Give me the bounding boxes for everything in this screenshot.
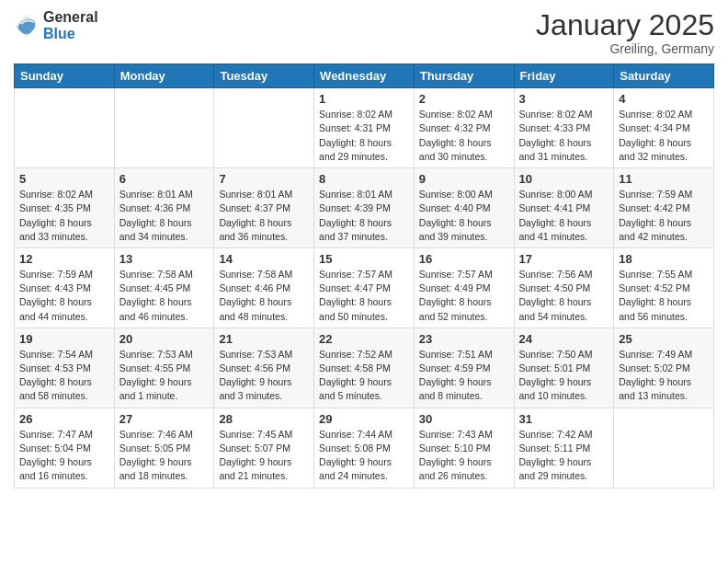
day-number: 4	[619, 92, 709, 106]
day-info: Sunrise: 7:49 AMSunset: 5:02 PMDaylight:…	[619, 348, 709, 404]
day-info: Sunrise: 8:02 AMSunset: 4:33 PMDaylight:…	[519, 108, 609, 164]
month-title: January 2025	[536, 9, 714, 41]
day-number: 29	[319, 412, 409, 426]
calendar-cell: 20Sunrise: 7:53 AMSunset: 4:55 PMDayligh…	[114, 327, 214, 408]
logo-blue-text: Blue	[43, 26, 98, 42]
calendar-cell: 25Sunrise: 7:49 AMSunset: 5:02 PMDayligh…	[614, 327, 714, 408]
day-number: 28	[219, 412, 309, 426]
day-number: 27	[119, 412, 210, 426]
day-info: Sunrise: 7:45 AMSunset: 5:07 PMDaylight:…	[219, 428, 309, 484]
calendar-cell: 1Sunrise: 8:02 AMSunset: 4:31 PMDaylight…	[314, 88, 415, 168]
day-number: 23	[419, 332, 509, 346]
calendar-cell: 8Sunrise: 8:01 AMSunset: 4:39 PMDaylight…	[314, 168, 415, 248]
day-number: 10	[519, 172, 609, 186]
calendar-header-row: SundayMondayTuesdayWednesdayThursdayFrid…	[15, 64, 714, 88]
day-number: 8	[319, 172, 409, 186]
calendar-day-header: Thursday	[414, 64, 514, 88]
day-number: 13	[119, 252, 210, 266]
day-info: Sunrise: 7:58 AMSunset: 4:45 PMDaylight:…	[119, 268, 210, 324]
calendar-cell: 13Sunrise: 7:58 AMSunset: 4:45 PMDayligh…	[114, 247, 214, 327]
calendar-day-header: Wednesday	[314, 64, 415, 88]
header-right: January 2025 Greiling, Germany	[536, 9, 714, 56]
calendar-day-header: Tuesday	[214, 64, 314, 88]
logo-icon	[14, 13, 40, 39]
day-number: 7	[219, 172, 309, 186]
day-info: Sunrise: 7:55 AMSunset: 4:52 PMDaylight:…	[619, 268, 709, 324]
page: General Blue January 2025 Greiling, Germ…	[0, 0, 728, 563]
calendar-cell: 3Sunrise: 8:02 AMSunset: 4:33 PMDaylight…	[514, 88, 614, 168]
calendar-cell: 26Sunrise: 7:47 AMSunset: 5:04 PMDayligh…	[15, 408, 115, 488]
day-info: Sunrise: 7:53 AMSunset: 4:56 PMDaylight:…	[219, 348, 309, 404]
calendar-cell: 4Sunrise: 8:02 AMSunset: 4:34 PMDaylight…	[614, 88, 714, 168]
day-info: Sunrise: 8:02 AMSunset: 4:32 PMDaylight:…	[419, 108, 509, 164]
calendar-day-header: Monday	[114, 64, 214, 88]
day-info: Sunrise: 7:44 AMSunset: 5:08 PMDaylight:…	[319, 428, 409, 484]
day-number: 18	[619, 252, 709, 266]
calendar-cell	[214, 88, 314, 168]
calendar-week-row: 19Sunrise: 7:54 AMSunset: 4:53 PMDayligh…	[15, 327, 714, 408]
calendar-cell: 28Sunrise: 7:45 AMSunset: 5:07 PMDayligh…	[214, 408, 314, 488]
day-info: Sunrise: 8:02 AMSunset: 4:35 PMDaylight:…	[19, 188, 109, 244]
day-info: Sunrise: 7:59 AMSunset: 4:43 PMDaylight:…	[19, 268, 109, 324]
calendar-cell: 7Sunrise: 8:01 AMSunset: 4:37 PMDaylight…	[214, 168, 314, 248]
calendar-cell: 9Sunrise: 8:00 AMSunset: 4:40 PMDaylight…	[414, 168, 514, 248]
calendar-cell: 17Sunrise: 7:56 AMSunset: 4:50 PMDayligh…	[514, 247, 614, 327]
day-number: 25	[619, 332, 709, 346]
day-info: Sunrise: 7:50 AMSunset: 5:01 PMDaylight:…	[519, 348, 609, 404]
calendar-day-header: Sunday	[15, 64, 115, 88]
day-number: 16	[419, 252, 509, 266]
day-number: 21	[219, 332, 309, 346]
calendar-day-header: Saturday	[614, 64, 714, 88]
day-number: 5	[19, 172, 109, 186]
day-info: Sunrise: 7:58 AMSunset: 4:46 PMDaylight:…	[219, 268, 309, 324]
calendar-cell: 5Sunrise: 8:02 AMSunset: 4:35 PMDaylight…	[15, 168, 115, 248]
calendar-day-header: Friday	[514, 64, 614, 88]
calendar-cell: 12Sunrise: 7:59 AMSunset: 4:43 PMDayligh…	[15, 247, 115, 327]
location: Greiling, Germany	[536, 41, 714, 56]
calendar-week-row: 5Sunrise: 8:02 AMSunset: 4:35 PMDaylight…	[15, 168, 714, 248]
day-info: Sunrise: 8:01 AMSunset: 4:37 PMDaylight:…	[219, 188, 309, 244]
day-info: Sunrise: 7:54 AMSunset: 4:53 PMDaylight:…	[19, 348, 109, 404]
day-number: 2	[419, 92, 509, 106]
day-number: 6	[119, 172, 210, 186]
calendar-cell: 24Sunrise: 7:50 AMSunset: 5:01 PMDayligh…	[514, 327, 614, 408]
header: General Blue January 2025 Greiling, Germ…	[14, 9, 714, 56]
day-info: Sunrise: 7:57 AMSunset: 4:47 PMDaylight:…	[319, 268, 409, 324]
calendar-cell: 6Sunrise: 8:01 AMSunset: 4:36 PMDaylight…	[114, 168, 214, 248]
calendar-week-row: 12Sunrise: 7:59 AMSunset: 4:43 PMDayligh…	[15, 247, 714, 327]
calendar: SundayMondayTuesdayWednesdayThursdayFrid…	[14, 63, 714, 488]
day-number: 11	[619, 172, 709, 186]
day-number: 26	[19, 412, 109, 426]
day-info: Sunrise: 7:52 AMSunset: 4:58 PMDaylight:…	[319, 348, 409, 404]
calendar-cell: 15Sunrise: 7:57 AMSunset: 4:47 PMDayligh…	[314, 247, 415, 327]
calendar-cell	[614, 408, 714, 488]
day-number: 12	[19, 252, 109, 266]
day-info: Sunrise: 8:00 AMSunset: 4:41 PMDaylight:…	[519, 188, 609, 244]
day-number: 1	[319, 92, 409, 106]
calendar-cell	[114, 88, 214, 168]
day-info: Sunrise: 8:01 AMSunset: 4:36 PMDaylight:…	[119, 188, 210, 244]
calendar-cell: 14Sunrise: 7:58 AMSunset: 4:46 PMDayligh…	[214, 247, 314, 327]
day-number: 24	[519, 332, 609, 346]
day-number: 19	[19, 332, 109, 346]
calendar-cell	[15, 88, 115, 168]
day-info: Sunrise: 8:01 AMSunset: 4:39 PMDaylight:…	[319, 188, 409, 244]
day-info: Sunrise: 8:00 AMSunset: 4:40 PMDaylight:…	[419, 188, 509, 244]
day-info: Sunrise: 7:42 AMSunset: 5:11 PMDaylight:…	[519, 428, 609, 484]
calendar-cell: 29Sunrise: 7:44 AMSunset: 5:08 PMDayligh…	[314, 408, 415, 488]
calendar-cell: 11Sunrise: 7:59 AMSunset: 4:42 PMDayligh…	[614, 168, 714, 248]
logo-text: General Blue	[43, 9, 98, 41]
day-number: 3	[519, 92, 609, 106]
day-info: Sunrise: 8:02 AMSunset: 4:31 PMDaylight:…	[319, 108, 409, 164]
day-info: Sunrise: 7:59 AMSunset: 4:42 PMDaylight:…	[619, 188, 709, 244]
calendar-week-row: 1Sunrise: 8:02 AMSunset: 4:31 PMDaylight…	[15, 88, 714, 168]
day-number: 20	[119, 332, 210, 346]
day-info: Sunrise: 7:56 AMSunset: 4:50 PMDaylight:…	[519, 268, 609, 324]
calendar-cell: 2Sunrise: 8:02 AMSunset: 4:32 PMDaylight…	[414, 88, 514, 168]
calendar-cell: 10Sunrise: 8:00 AMSunset: 4:41 PMDayligh…	[514, 168, 614, 248]
day-info: Sunrise: 7:57 AMSunset: 4:49 PMDaylight:…	[419, 268, 509, 324]
day-info: Sunrise: 7:46 AMSunset: 5:05 PMDaylight:…	[119, 428, 210, 484]
day-number: 17	[519, 252, 609, 266]
day-number: 30	[419, 412, 509, 426]
calendar-cell: 31Sunrise: 7:42 AMSunset: 5:11 PMDayligh…	[514, 408, 614, 488]
